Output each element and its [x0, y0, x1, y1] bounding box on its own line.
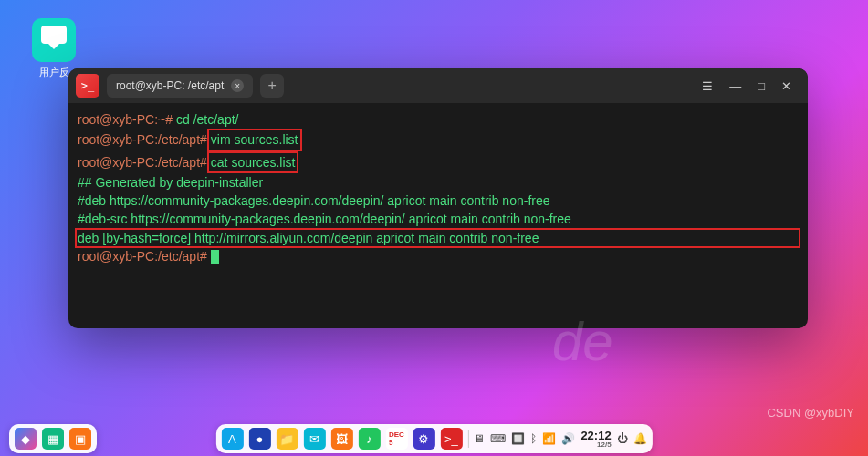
tray-desktop-icon[interactable]: 🖥	[474, 432, 485, 445]
appstore-icon[interactable]: A	[221, 428, 243, 450]
csdn-watermark: CSDN @xybDIY	[767, 406, 854, 420]
settings-icon[interactable]: ⚙	[413, 428, 434, 450]
prompt: root@xyb-PC:/etc/apt#	[78, 249, 207, 264]
music-icon[interactable]: ♪	[358, 428, 380, 450]
tray-battery-icon[interactable]: 🔲	[511, 432, 525, 445]
tray-network-icon[interactable]: 📶	[542, 432, 556, 445]
prompt: root@xyb-PC:/etc/apt#	[78, 155, 207, 170]
close-tab-icon[interactable]: ×	[231, 79, 244, 92]
taskbar-apps: A ● 📁 ✉ 🖼 ♪ DEC5 ⚙ >_ 🖥 ⌨ 🔲 ᛒ 📶 🔊 22:12 …	[215, 424, 652, 453]
taskbar: ◆ ▦ ▣ A ● 📁 ✉ 🖼 ♪ DEC5 ⚙ >_ 🖥 ⌨ 🔲 ᛒ 📶 🔊 …	[0, 421, 868, 456]
image-icon[interactable]: 🖼	[330, 428, 352, 450]
terminal-content[interactable]: root@xyb-PC:~# cd /etc/apt/ root@xyb-PC:…	[68, 103, 808, 273]
files-icon[interactable]: 📁	[276, 428, 298, 450]
taskbar-launcher-group: ◆ ▦ ▣	[9, 424, 97, 453]
prompt: root@xyb-PC:/etc/apt#	[78, 132, 207, 147]
desktop-icon-feedback[interactable]: 用户反	[32, 18, 76, 79]
clock[interactable]: 22:12 12/5	[580, 430, 611, 449]
command: vim sources.list	[211, 132, 298, 147]
tray-usb-icon[interactable]: ᛒ	[530, 432, 537, 445]
command: cat sources.list	[211, 155, 296, 170]
close-icon[interactable]: ✕	[781, 79, 791, 93]
clock-time: 22:12	[580, 430, 611, 441]
terminal-taskbar-icon[interactable]: >_	[440, 428, 462, 450]
titlebar: >_ root@xyb-PC: /etc/apt × + ☰ — □ ✕	[68, 68, 808, 103]
output-line: deb [by-hash=force] http://mirrors.aliyu…	[78, 229, 799, 247]
output-line: ## Generated by deepin-installer	[78, 173, 799, 192]
prompt: root@xyb-PC:~#	[78, 112, 173, 127]
output-line: #deb https://community-packages.deepin.c…	[78, 192, 799, 210]
mail-icon[interactable]: ✉	[303, 428, 325, 450]
deepin-watermark: de	[552, 310, 613, 373]
maximize-icon[interactable]: □	[758, 79, 765, 93]
minimize-icon[interactable]: —	[729, 79, 741, 93]
tab-title: root@xyb-PC: /etc/apt	[116, 79, 224, 92]
window-controls: ☰ — □ ✕	[702, 79, 800, 93]
browser-icon[interactable]: ●	[248, 428, 270, 450]
output-line: #deb-src https://community-packages.deep…	[78, 210, 799, 228]
tray-keyboard-icon[interactable]: ⌨	[490, 432, 506, 445]
tray-shutdown-icon[interactable]: ⏻	[617, 432, 628, 445]
tray-volume-icon[interactable]: 🔊	[561, 432, 575, 445]
separator	[467, 430, 468, 448]
workspace-icon[interactable]: ▣	[69, 428, 91, 450]
terminal-window: >_ root@xyb-PC: /etc/apt × + ☰ — □ ✕ roo…	[68, 68, 808, 328]
cursor	[211, 250, 219, 264]
launcher-icon[interactable]: ◆	[15, 428, 37, 450]
menu-icon[interactable]: ☰	[702, 79, 713, 93]
terminal-app-icon: >_	[76, 74, 99, 98]
terminal-tab[interactable]: root@xyb-PC: /etc/apt ×	[107, 74, 253, 98]
calendar-icon[interactable]: DEC5	[385, 428, 407, 450]
multitask-icon[interactable]: ▦	[42, 428, 64, 450]
command: cd /etc/apt/	[173, 112, 238, 127]
chat-icon	[32, 18, 76, 62]
clock-date: 12/5	[580, 441, 611, 449]
tray-notification-icon[interactable]: 🔔	[633, 432, 647, 445]
new-tab-button[interactable]: +	[260, 74, 284, 98]
